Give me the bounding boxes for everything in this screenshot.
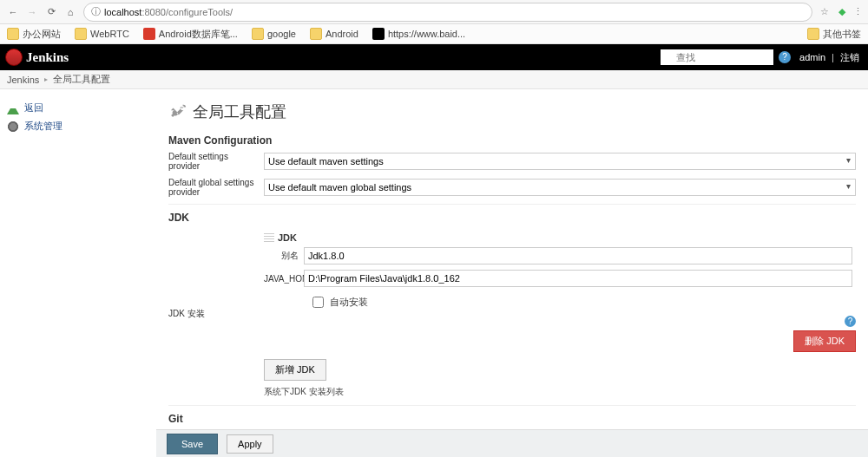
- breadcrumb: Jenkins ▸ 全局工具配置: [0, 70, 868, 89]
- arrow-up-icon: [7, 102, 19, 114]
- maven-default-select[interactable]: Use default maven settings: [264, 153, 856, 170]
- admin-link[interactable]: admin: [799, 52, 825, 62]
- bookmark-item[interactable]: google: [252, 28, 296, 40]
- brand-text: Jenkins: [26, 50, 69, 65]
- home-icon[interactable]: ⌂: [61, 3, 80, 22]
- jdk-home-label: JAVA_HOME: [264, 274, 304, 284]
- help-icon[interactable]: ?: [845, 316, 856, 327]
- jenkins-head-icon: [5, 49, 23, 66]
- jdk-alias-label: 别名: [264, 250, 304, 262]
- wrench-icon: [168, 102, 187, 121]
- sidebar-manage[interactable]: 系统管理: [7, 117, 149, 135]
- section-maven: Maven Configuration: [168, 134, 856, 147]
- help-icon[interactable]: ?: [779, 51, 791, 63]
- jenkins-logo[interactable]: Jenkins: [5, 49, 69, 66]
- search-input[interactable]: [661, 49, 773, 65]
- back-icon[interactable]: ←: [3, 3, 23, 22]
- url-port: :8080: [141, 7, 166, 17]
- bookmark-star-icon[interactable]: ☆: [816, 6, 833, 17]
- github-icon: [372, 28, 385, 40]
- extension-icon[interactable]: ◆: [833, 6, 851, 17]
- maven-global-label: Default global settings provider: [168, 178, 264, 197]
- jdk-home-input[interactable]: [304, 270, 852, 287]
- bookmark-item[interactable]: 其他书签: [807, 28, 861, 41]
- url-bar[interactable]: ⓘ localhost:8080/configureTools/: [83, 3, 812, 22]
- gear-icon: [7, 121, 19, 133]
- csdn-icon: [143, 28, 155, 40]
- jdk-install-label: JDK 安装: [168, 308, 264, 320]
- maven-global-select[interactable]: Use default maven global settings: [264, 179, 856, 196]
- bottom-action-bar: Save Apply: [156, 429, 868, 457]
- breadcrumb-jenkins[interactable]: Jenkins: [7, 75, 39, 85]
- bookmark-item[interactable]: Android: [310, 28, 358, 40]
- content-panel: 全局工具配置 Maven Configuration Default setti…: [156, 89, 868, 457]
- folder-icon: [252, 28, 264, 40]
- folder-icon: [310, 28, 322, 40]
- section-jdk: JDK: [168, 212, 856, 224]
- drag-handle-icon[interactable]: [264, 233, 274, 244]
- bookmarks-bar: 办公网站 WebRTC Android数据库笔... google Androi…: [0, 24, 868, 44]
- sidebar-manage-label: 系统管理: [24, 120, 62, 133]
- delete-jdk-button[interactable]: 删除 JDK: [793, 330, 856, 352]
- jdk-alias-input[interactable]: [304, 247, 852, 264]
- section-git: Git: [168, 413, 856, 425]
- apply-button[interactable]: Apply: [227, 434, 273, 454]
- add-jdk-button[interactable]: 新增 JDK: [264, 359, 326, 381]
- maven-default-label: Default settings provider: [168, 152, 264, 171]
- browser-toolbar: ← → ⟳ ⌂ ⓘ localhost:8080/configureTools/…: [0, 0, 868, 24]
- sidebar-back[interactable]: 返回: [7, 98, 149, 117]
- forward-icon[interactable]: →: [23, 3, 42, 22]
- page-title: 全局工具配置: [168, 101, 856, 122]
- url-path: /configureTools/: [166, 7, 233, 17]
- jdk-auto-label: 自动安装: [330, 296, 368, 309]
- jenkins-header: Jenkins 🔍 ? admin | 注销: [0, 44, 868, 70]
- side-panel: 返回 系统管理: [0, 89, 156, 457]
- browser-menu-icon[interactable]: ⋮: [851, 6, 865, 17]
- bookmark-item[interactable]: 办公网站: [7, 28, 61, 41]
- bookmark-item[interactable]: https://www.baid...: [372, 28, 465, 40]
- reload-icon[interactable]: ⟳: [42, 3, 61, 22]
- bookmark-item[interactable]: WebRTC: [75, 28, 129, 40]
- jdk-block-title: JDK: [278, 232, 297, 243]
- url-host: localhost: [104, 7, 141, 17]
- bookmark-item[interactable]: Android数据库笔...: [143, 28, 238, 41]
- sidebar-back-label: 返回: [24, 101, 43, 114]
- folder-icon: [7, 28, 19, 40]
- jdk-auto-install-checkbox[interactable]: [312, 297, 324, 308]
- folder-icon: [75, 28, 87, 40]
- folder-icon: [807, 28, 819, 40]
- search-container: 🔍: [661, 49, 773, 65]
- breadcrumb-page[interactable]: 全局工具配置: [53, 73, 110, 86]
- save-button[interactable]: Save: [167, 434, 218, 454]
- jdk-hint: 系统下JDK 安装列表: [264, 386, 856, 398]
- logout-link[interactable]: 注销: [840, 52, 859, 62]
